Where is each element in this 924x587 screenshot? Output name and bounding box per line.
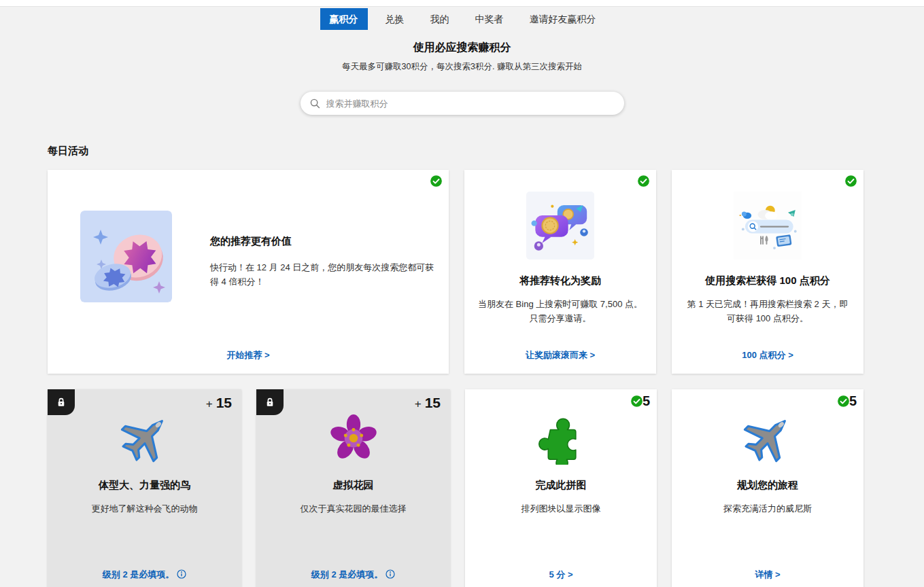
tab-earn-points[interactable]: 赢积分	[320, 8, 368, 30]
search-earn-hero: 使用必应搜索赚积分 每天最多可赚取30积分，每次搜索3积分. 赚取从第三次搜索开…	[0, 41, 924, 73]
airplane-icon	[118, 412, 171, 465]
search-icon	[310, 99, 320, 109]
card-body: 快行动！在 12 月 24 日之前，您的朋友每次搜索您都可获得 4 倍积分！	[210, 260, 434, 289]
points-earned: 5	[837, 394, 857, 408]
card-title: 虚拟花园	[256, 479, 450, 492]
card-body: 探索充满活力的威尼斯	[672, 501, 863, 516]
card-title: 将推荐转化为奖励	[519, 274, 601, 287]
card-locked-virtual-garden: + 15	[256, 389, 450, 587]
completed-check-icon	[430, 175, 443, 188]
card-searchbar-points[interactable]: 使用搜索栏获得 100 点积分 第 1 天已完成！再用搜索栏搜索 2 天，即可获…	[672, 170, 863, 374]
points-value: 15	[216, 395, 232, 411]
hero-title: 使用必应搜索赚积分	[0, 41, 924, 55]
coins-illustration	[80, 211, 172, 302]
plus-sign: +	[206, 397, 213, 411]
level-required-note: 级别 2 是必填项。	[256, 569, 450, 581]
activity-grid: 您的推荐更有价值 快行动！在 12 月 24 日之前，您的朋友每次搜索您都可获得…	[48, 170, 863, 587]
info-icon[interactable]	[177, 569, 186, 579]
start-referral-link[interactable]: 开始推荐 >	[48, 349, 449, 361]
lock-badge	[256, 389, 284, 415]
lock-icon	[264, 397, 275, 408]
top-divider	[0, 0, 924, 7]
points-reward: + 15	[415, 395, 441, 411]
tab-invite-friends[interactable]: 邀请好友赢积分	[521, 8, 604, 30]
level-required-text: 级别 2 是必填项。	[103, 569, 174, 580]
flower-icon	[327, 412, 380, 465]
search-input[interactable]	[326, 99, 615, 109]
airplane-icon	[741, 412, 794, 465]
activity-row-2: + 15 体型大、力量强的鸟 更好地了解这种会飞的动物 级别 2 是必填项。	[48, 389, 863, 587]
hundred-points-link[interactable]: 100 点积分 >	[672, 349, 863, 361]
points-value: 5	[643, 394, 650, 408]
chat-bubbles-illustration	[526, 192, 594, 260]
card-body: 当朋友在 Bing 上搜索时可赚取 7,500 点。只需分享邀请。	[478, 297, 643, 326]
card-body: 第 1 天已完成！再用搜索栏搜索 2 天，即可获得 100 点积分。	[685, 297, 851, 326]
tab-winners[interactable]: 中奖者	[467, 8, 512, 30]
card-title: 完成此拼图	[465, 479, 657, 492]
card-plan-trip[interactable]: 5 规划您的旅程 探索充满活力的威尼斯 详情 >	[672, 389, 863, 587]
puzzle-points-link[interactable]: 5 分 >	[465, 569, 657, 581]
card-complete-puzzle[interactable]: 5 完成此拼图 排列图块以显示图像 5 分 >	[465, 389, 657, 587]
points-earned: 5	[630, 394, 650, 408]
card-title: 规划您的旅程	[672, 479, 863, 492]
level-required-text: 级别 2 是必填项。	[311, 569, 383, 580]
card-featured-referral[interactable]: 您的推荐更有价值 快行动！在 12 月 24 日之前，您的朋友每次搜索您都可获得…	[48, 170, 449, 374]
lock-icon	[56, 397, 67, 408]
puzzle-piece-icon	[534, 412, 587, 465]
rewards-nav: 赢积分 兑换 我的 中奖者 邀请好友赢积分	[0, 8, 924, 30]
card-body: 更好地了解这种会飞的动物	[48, 501, 241, 516]
card-title: 体型大、力量强的鸟	[48, 479, 241, 492]
trip-details-link[interactable]: 详情 >	[672, 569, 863, 581]
plus-sign: +	[415, 397, 422, 411]
level-required-note: 级别 2 是必填项。	[48, 569, 241, 581]
points-reward: + 15	[206, 395, 232, 411]
completed-check-icon	[630, 395, 643, 408]
info-icon[interactable]	[386, 569, 395, 579]
card-title: 使用搜索栏获得 100 点积分	[705, 274, 829, 287]
points-value: 15	[425, 395, 441, 411]
searchbar-illustration	[734, 192, 802, 260]
completed-check-icon	[844, 175, 857, 188]
tab-mine[interactable]: 我的	[422, 8, 458, 30]
points-value: 5	[849, 394, 857, 408]
card-body: 排列图块以显示图像	[465, 501, 657, 516]
hero-subtitle: 每天最多可赚取30积分，每次搜索3积分. 赚取从第三次搜索开始	[0, 61, 924, 73]
completed-check-icon	[837, 395, 850, 408]
rewards-roll-link[interactable]: 让奖励滚滚而来 >	[464, 349, 656, 361]
card-locked-bird-quiz: + 15 体型大、力量强的鸟 更好地了解这种会飞的动物 级别 2 是必填项。	[48, 389, 241, 587]
lock-badge	[48, 389, 75, 415]
tab-redeem[interactable]: 兑换	[377, 8, 413, 30]
card-title: 您的推荐更有价值	[210, 235, 434, 248]
completed-check-icon	[637, 175, 650, 188]
search-bar[interactable]	[301, 92, 624, 115]
card-referral-rewards[interactable]: 将推荐转化为奖励 当朋友在 Bing 上搜索时可赚取 7,500 点。只需分享邀…	[464, 170, 656, 374]
card-body: 仅次于真实花园的最佳选择	[256, 501, 450, 516]
activity-row-1: 您的推荐更有价值 快行动！在 12 月 24 日之前，您的朋友每次搜索您都可获得…	[48, 170, 863, 374]
daily-activities-heading: 每日活动	[48, 145, 924, 158]
